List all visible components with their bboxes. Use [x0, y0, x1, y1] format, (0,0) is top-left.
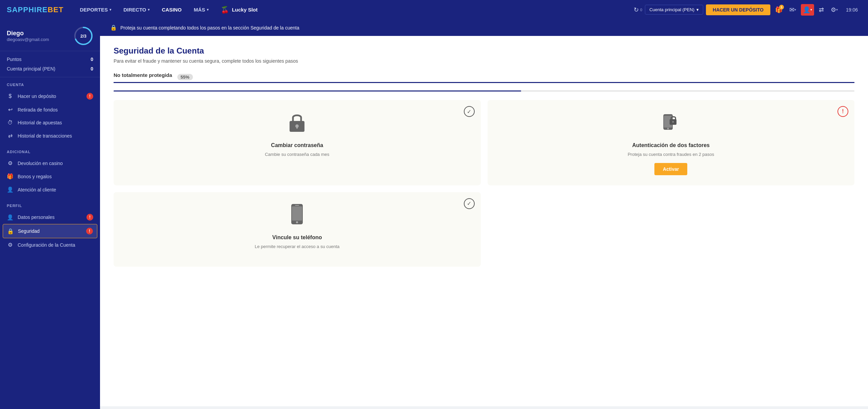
sidebar-section-perfil: PERFIL 👤 Datos personales ! 🔒 Seguridad … — [0, 198, 100, 253]
alert-badge: ! — [86, 228, 93, 234]
lock-icon: 🔒 — [7, 228, 14, 234]
security-card-phone: ✓ Vincule su teléfono Le permite recuper… — [114, 192, 481, 267]
clock-icon: ⏱ — [7, 120, 14, 126]
progress-circle: 2/3 — [74, 26, 93, 46]
logo-bet: BET — [47, 5, 63, 14]
logo-sapphire: SAPPHIRE — [7, 5, 47, 14]
section-label-perfil: PERFIL — [0, 202, 100, 210]
svg-rect-4 — [296, 126, 298, 129]
sidebar-item-atencion[interactable]: 👤 Atención al cliente — [0, 183, 100, 196]
nav-mas[interactable]: MÁS ▾ — [188, 0, 215, 19]
messages-button[interactable]: ✉ ▾ — [787, 4, 798, 16]
chevron-down-icon: ▾ — [148, 8, 150, 12]
sidebar-item-configuracion[interactable]: ⚙ Configuración de la Cuenta — [0, 238, 100, 251]
stat-puntos: Puntos 0 — [7, 55, 93, 64]
main-layout: Diego diegoasv@gmail.com 2/3 Puntos 0 Cu… — [0, 19, 868, 409]
nav-directo[interactable]: DIRECTO ▾ — [117, 0, 156, 19]
account-stats: Puntos 0 Cuenta principal (PEN) 0 — [0, 51, 100, 77]
check-icon: ✓ — [464, 106, 475, 117]
card-phone-title: Vincule su teléfono — [272, 234, 322, 241]
config-icon: ⚙ — [7, 242, 14, 248]
gift-button[interactable]: 🎁 1 — [773, 4, 785, 16]
stat-cuenta: Cuenta principal (PEN) 0 — [7, 64, 93, 74]
user-email: diegoasv@gmail.com — [7, 37, 68, 42]
alert-badge: ! — [86, 93, 93, 100]
header: SAPPHIREBET DEPORTES ▾ DIRECTO ▾ CASINO … — [0, 0, 868, 19]
sidebar-item-historial-transacciones[interactable]: ⇄ Historial de transacciones — [0, 129, 100, 142]
header-right: ↻ 0 Cuenta principal (PEN) ▾ HACER UN DE… — [634, 4, 861, 16]
alert-badge: ! — [86, 214, 93, 221]
user-icon: 👤 — [803, 6, 810, 14]
lock-icon: 🔒 — [110, 24, 117, 31]
sidebar-item-devolucion[interactable]: ⚙ Devolución en casino — [0, 157, 100, 170]
svg-point-7 — [667, 128, 669, 129]
user-section: Diego diegoasv@gmail.com 2/3 — [0, 19, 100, 51]
person-icon: 👤 — [7, 214, 14, 221]
logo[interactable]: SAPPHIREBET — [7, 5, 63, 14]
lucky-slot-link[interactable]: 🍒 Lucky Slot — [215, 6, 264, 14]
sidebar-item-seguridad[interactable]: 🔒 Seguridad ! — [3, 224, 97, 238]
progress-fraction: 2/3 — [80, 34, 86, 39]
card-twofactor-title: Autenticación de dos factores — [632, 142, 710, 148]
sidebar-item-bonos[interactable]: 🎁 Bonos y regalos — [0, 170, 100, 183]
refresh-button[interactable]: ↻ 0 — [634, 6, 642, 14]
progress-badge: 55% — [177, 74, 193, 80]
user-info: Diego diegoasv@gmail.com — [7, 30, 68, 42]
withdraw-icon: ↩ — [7, 106, 14, 113]
sidebar-item-retirada[interactable]: ↩ Retirada de fondos — [0, 103, 100, 116]
progress-tab-row: No totalmente protegida 55% — [114, 72, 854, 83]
password-icon — [287, 110, 307, 137]
chevron-down-icon: ▾ — [810, 8, 812, 12]
gear-icon: ⚙ — [831, 6, 836, 14]
card-phone-desc: Le permite recuperar el acceso a su cuen… — [255, 243, 339, 250]
transfer-button[interactable]: ⇄ — [817, 4, 826, 16]
svg-rect-12 — [292, 206, 302, 221]
chevron-down-icon: ▾ — [110, 8, 111, 12]
sidebar-item-datos-personales[interactable]: 👤 Datos personales ! — [0, 210, 100, 224]
envelope-icon: ✉ — [789, 6, 794, 14]
deposit-button[interactable]: HACER UN DEPÓSITO — [706, 4, 770, 15]
nav-deportes[interactable]: DEPORTES ▾ — [74, 0, 117, 19]
main-content: 🔒 Proteja su cuenta completando todos lo… — [100, 19, 868, 409]
gift-badge: 1 — [779, 5, 784, 9]
sidebar-item-historial-apuestas[interactable]: ⏱ Historial de apuestas — [0, 116, 100, 129]
security-cards-grid: ✓ Cambiar contraseña Cambie su contraseñ… — [114, 100, 854, 267]
check-icon: ✓ — [464, 198, 475, 209]
card-twofactor-desc: Proteja su cuenta contra fraudes en 2 pa… — [628, 151, 714, 158]
progress-tab-label: No totalmente protegida — [114, 72, 172, 82]
activate-2fa-button[interactable]: Activar — [654, 163, 687, 175]
chevron-down-icon: ▾ — [836, 8, 838, 12]
sidebar-section-adicional: ADICIONAL ⚙ Devolución en casino 🎁 Bonos… — [0, 144, 100, 198]
security-card-password: ✓ Cambiar contraseña Cambie su contraseñ… — [114, 100, 481, 185]
sidebar: Diego diegoasv@gmail.com 2/3 Puntos 0 Cu… — [0, 19, 100, 409]
phone-icon — [289, 202, 305, 229]
refresh-icon: ↻ — [634, 6, 639, 14]
alert-icon: ! — [837, 106, 848, 117]
svg-point-13 — [296, 221, 298, 223]
svg-rect-10 — [672, 122, 673, 123]
twofactor-icon — [661, 110, 681, 137]
section-label-cuenta: CUENTA — [0, 81, 100, 89]
security-card-twofactor: ! — [488, 100, 855, 185]
chevron-down-icon: ▾ — [794, 8, 796, 12]
settings-button[interactable]: ⚙ ▾ — [829, 4, 840, 16]
page-title: Seguridad de la Cuenta — [114, 46, 854, 56]
page-content: Seguridad de la Cuenta Para evitar el fr… — [100, 36, 868, 406]
card-password-title: Cambiar contraseña — [271, 142, 323, 148]
section-label-adicional: ADICIONAL — [0, 148, 100, 157]
chevron-down-icon: ▾ — [207, 8, 209, 12]
time-display: 19:06 — [843, 7, 861, 13]
gift-icon: 🎁 — [7, 173, 14, 180]
user-name: Diego — [7, 30, 68, 37]
account-selector[interactable]: Cuenta principal (PEN) ▾ — [645, 5, 703, 15]
main-nav: DEPORTES ▾ DIRECTO ▾ CASINO MÁS ▾ 🍒 Luck… — [74, 0, 634, 19]
user-account-button[interactable]: 👤 ▾ — [801, 4, 814, 16]
casino-icon: ⚙ — [7, 160, 14, 166]
card-password-desc: Cambie su contraseña cada mes — [265, 151, 329, 158]
svg-rect-14 — [295, 205, 299, 206]
page-subtitle: Para evitar el fraude y mantener su cuen… — [114, 58, 854, 64]
alert-banner: 🔒 Proteja su cuenta completando todos lo… — [100, 19, 868, 36]
sidebar-section-cuenta: CUENTA $ Hacer un depósito ! ↩ Retirada … — [0, 77, 100, 144]
sidebar-item-deposito[interactable]: $ Hacer un depósito ! — [0, 89, 100, 103]
nav-casino[interactable]: CASINO — [156, 0, 188, 19]
